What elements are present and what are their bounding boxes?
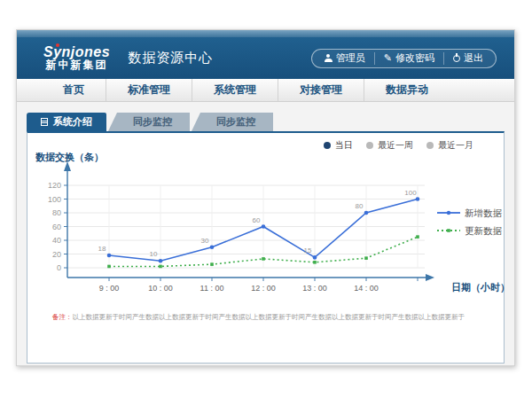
line-chart: 0204060801001209 : 0010 : 0011 : 0012 : …	[27, 156, 506, 298]
document-icon	[41, 118, 48, 126]
footnote-label: 备注：	[52, 313, 73, 321]
svg-text:13 : 00: 13 : 00	[302, 284, 327, 293]
filter-last-week-label: 最近一周	[378, 139, 413, 152]
svg-text:100: 100	[48, 195, 61, 204]
svg-text:40: 40	[52, 236, 61, 245]
logo: Synjones 新中新集团	[43, 45, 110, 71]
svg-text:30: 30	[201, 237, 209, 245]
svg-text:120: 120	[48, 181, 61, 190]
svg-text:18: 18	[98, 245, 106, 253]
tab-bar: 系统介绍 同步监控 同步监控	[27, 113, 505, 131]
svg-text:15: 15	[304, 246, 312, 254]
app-window: Synjones 新中新集团 数据资源中心 管理员 ✎ 修改密码 退出	[16, 29, 515, 366]
nav-item-integration-management[interactable]: 对接管理	[278, 79, 364, 101]
tab-sync-monitor-2[interactable]: 同步监控	[192, 113, 273, 131]
svg-text:9 : 00: 9 : 00	[99, 284, 120, 293]
header: Synjones 新中新集团 数据资源中心 管理员 ✎ 修改密码 退出	[17, 37, 514, 79]
tab-system-intro[interactable]: 系统介绍	[27, 113, 106, 131]
logo-subtitle: 新中新集团	[46, 59, 108, 71]
svg-text:新增数据: 新增数据	[465, 207, 503, 218]
legend-item-1[interactable]: 更新数据	[437, 225, 503, 236]
footnote: 备注：以上数据更新于时间产生数据以上数据更新于时间产生数据以上数据更新于时间产生…	[52, 313, 465, 322]
footnote-text: 以上数据更新于时间产生数据以上数据更新于时间产生数据以上数据更新于时间产生数据以…	[73, 313, 466, 321]
nav-item-system-management[interactable]: 系统管理	[192, 79, 278, 101]
user-menu: 管理员 ✎ 修改密码 退出	[311, 49, 497, 68]
svg-text:80: 80	[52, 208, 61, 217]
svg-text:60: 60	[253, 216, 261, 224]
tab-sync-monitor-1-label: 同步监控	[133, 115, 172, 129]
change-password-label: 修改密码	[395, 51, 434, 65]
tab-sync-monitor-1[interactable]: 同步监控	[108, 113, 190, 131]
tab-system-intro-label: 系统介绍	[53, 115, 92, 129]
chart-panel: 当日 最近一周 最近一月 数据交换（条） 0204060801001209 : …	[27, 131, 505, 364]
series-line-0: 181030601580100	[98, 189, 420, 263]
main-nav: 首页 标准管理 系统管理 对接管理 数据异动	[17, 79, 514, 102]
nav-item-data-changes[interactable]: 数据异动	[364, 79, 450, 101]
admin-user-label: 管理员	[336, 51, 365, 65]
svg-text:100: 100	[404, 189, 417, 197]
radio-icon	[324, 142, 331, 149]
logo-dot-icon	[56, 43, 59, 47]
nav-item-home[interactable]: 首页	[42, 79, 106, 101]
filter-today-label: 当日	[335, 139, 353, 152]
svg-text:80: 80	[356, 202, 364, 210]
range-filter: 当日 最近一周 最近一月	[324, 139, 473, 152]
logout-button[interactable]: 退出	[443, 52, 492, 65]
logo-title: Synjones	[43, 45, 110, 59]
logout-label: 退出	[464, 51, 483, 65]
svg-text:10 : 00: 10 : 00	[148, 284, 173, 293]
svg-text:14 : 00: 14 : 00	[354, 284, 379, 293]
page: Synjones 新中新集团 数据资源中心 管理员 ✎ 修改密码 退出	[0, 0, 532, 399]
filter-last-month-label: 最近一月	[438, 139, 473, 152]
filter-today[interactable]: 当日	[324, 139, 353, 152]
svg-text:更新数据: 更新数据	[465, 225, 503, 236]
filter-last-week[interactable]: 最近一周	[366, 139, 413, 152]
radio-icon	[366, 142, 373, 149]
radio-icon	[426, 142, 434, 149]
filter-last-month[interactable]: 最近一月	[426, 139, 473, 152]
header-accent-strip	[17, 30, 514, 37]
nav-item-standard-management[interactable]: 标准管理	[106, 79, 192, 101]
svg-text:12 : 00: 12 : 00	[251, 284, 276, 293]
user-icon	[325, 54, 332, 62]
content-area: 系统介绍 同步监控 同步监控 当日 最近一周	[17, 102, 514, 365]
power-icon	[453, 55, 460, 62]
svg-text:11 : 00: 11 : 00	[200, 284, 224, 293]
svg-text:60: 60	[52, 223, 61, 231]
x-axis-title: 日期（小时）	[451, 282, 506, 293]
page-title: 数据资源中心	[128, 50, 213, 66]
edit-icon: ✎	[384, 54, 392, 62]
svg-text:10: 10	[150, 250, 158, 258]
svg-text:0: 0	[57, 263, 61, 272]
tab-sync-monitor-2-label: 同步监控	[216, 115, 255, 129]
svg-text:20: 20	[52, 250, 61, 259]
chart-axes: 日期（小时）	[64, 161, 506, 293]
change-password-button[interactable]: ✎ 修改密码	[374, 52, 443, 65]
admin-user-button[interactable]: 管理员	[316, 52, 374, 65]
legend-item-0[interactable]: 新增数据	[437, 207, 503, 218]
